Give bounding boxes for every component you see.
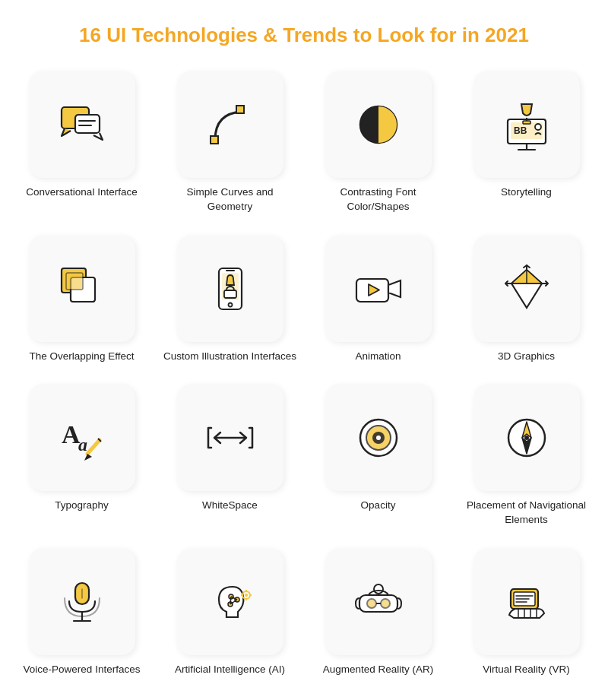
3dgraphics-icon	[500, 262, 553, 315]
label-voice: Voice-Powered Interfaces	[24, 663, 141, 677]
card-opacity: Opacity	[312, 385, 445, 527]
card-whitespace: WhiteSpace	[163, 385, 296, 527]
card-animation: Animation	[312, 236, 445, 364]
svg-text:a: a	[78, 435, 87, 455]
icon-box-storytelling: BB	[473, 71, 580, 178]
svg-marker-37	[84, 454, 92, 461]
svg-point-14	[535, 124, 541, 130]
icon-box-overlapping	[29, 236, 135, 342]
icon-box-voice	[29, 549, 135, 655]
card-3dgraphics: 3D Graphics	[460, 236, 593, 364]
svg-rect-23	[224, 290, 236, 298]
label-ar: Augmented Reality (AR)	[323, 663, 434, 677]
label-conversational: Conversational Interface	[26, 185, 137, 200]
card-ar: Augmented Reality (AR)	[312, 549, 445, 677]
card-curves: Simple Curves and Geometry	[163, 71, 296, 214]
svg-rect-5	[211, 136, 218, 144]
contrasting-icon	[352, 98, 405, 151]
icon-box-animation	[325, 236, 432, 342]
icon-box-navigation	[473, 385, 580, 491]
icon-box-contrasting	[325, 71, 432, 178]
typography-icon: A a	[55, 411, 109, 464]
ai-icon	[204, 575, 257, 629]
custom-icon	[204, 262, 257, 315]
svg-rect-12	[523, 121, 530, 124]
page-title: 16 UI Technologies & Trends to Look for …	[79, 23, 529, 49]
icon-box-ai	[177, 549, 283, 655]
navigation-icon	[500, 411, 553, 464]
label-ai: Artificial Intelligence (AI)	[175, 663, 285, 677]
label-vr: Virtual Reality (VR)	[483, 663, 570, 677]
voice-icon	[55, 575, 109, 629]
label-opacity: Opacity	[361, 499, 396, 513]
svg-point-66	[381, 599, 390, 608]
card-storytelling: BB Storytelling	[460, 71, 593, 214]
conversational-icon	[55, 98, 109, 151]
animation-icon	[352, 262, 405, 315]
card-custom: Custom Illustration Interfaces	[163, 236, 296, 364]
svg-point-47	[524, 436, 529, 440]
whitespace-icon	[204, 411, 257, 464]
card-voice: Voice-Powered Interfaces	[15, 549, 148, 677]
icon-box-curves	[177, 71, 283, 178]
icon-box-typography: A a	[29, 385, 135, 491]
icon-box-vr	[473, 549, 580, 655]
svg-line-36	[87, 440, 100, 454]
label-custom: Custom Illustration Interfaces	[163, 350, 296, 364]
storytelling-icon: BB	[500, 98, 553, 151]
icon-box-ar	[325, 549, 432, 655]
items-grid: Conversational Interface Simple Curves a…	[15, 71, 593, 677]
icon-box-conversational	[29, 71, 135, 178]
card-vr: Virtual Reality (VR)	[460, 549, 593, 677]
svg-point-68	[374, 584, 383, 594]
label-curves: Simple Curves and Geometry	[163, 185, 296, 214]
card-contrasting: Contrasting Font Color/Shapes	[312, 71, 445, 214]
icon-box-custom	[177, 236, 283, 342]
svg-point-59	[245, 594, 248, 597]
svg-point-65	[367, 599, 376, 608]
label-overlapping: The Overlapping Effect	[30, 350, 135, 364]
icon-box-whitespace	[177, 385, 283, 491]
vr-icon	[500, 575, 553, 629]
card-overlapping: The Overlapping Effect	[15, 236, 148, 364]
curves-icon	[204, 98, 257, 151]
label-storytelling: Storytelling	[501, 185, 552, 200]
svg-rect-4	[236, 106, 244, 113]
svg-rect-17	[66, 273, 83, 290]
label-typography: Typography	[55, 499, 109, 513]
card-conversational: Conversational Interface	[15, 71, 148, 214]
label-contrasting: Contrasting Font Color/Shapes	[312, 185, 445, 214]
card-navigation: Placement of Navigational Elements	[460, 385, 593, 527]
icon-box-opacity	[325, 385, 432, 491]
label-navigation: Placement of Navigational Elements	[460, 499, 593, 527]
svg-rect-1	[75, 115, 100, 133]
icon-box-3dgraphics	[473, 236, 580, 342]
overlapping-icon	[55, 262, 109, 315]
label-whitespace: WhiteSpace	[202, 499, 258, 513]
ar-icon	[352, 575, 405, 629]
svg-line-57	[230, 597, 231, 604]
card-typography: A a Typography	[15, 385, 148, 527]
opacity-icon	[352, 411, 405, 464]
svg-point-43	[376, 436, 381, 440]
label-animation: Animation	[355, 350, 401, 364]
svg-text:BB: BB	[514, 125, 527, 136]
card-ai: Artificial Intelligence (AI)	[163, 549, 296, 677]
label-3dgraphics: 3D Graphics	[498, 350, 555, 364]
